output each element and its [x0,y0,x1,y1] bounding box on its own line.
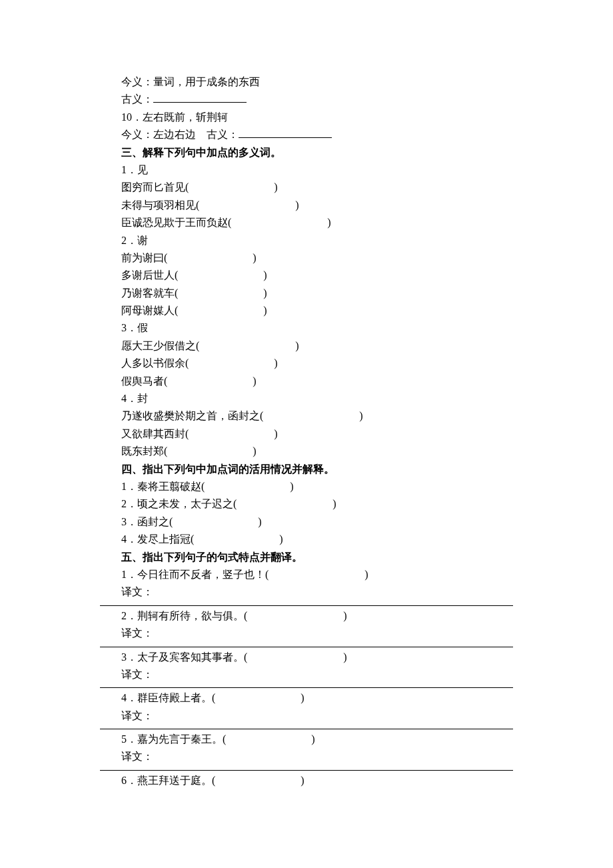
item-line: 1．秦将王翦破赵( ) [100,478,513,495]
question-line: 5．嘉为先言于秦王。( ) [100,731,513,748]
close-paren: ) [253,445,256,457]
item-line: 2．顷之未发，太子迟之( ) [100,495,513,513]
close-paren: ) [295,340,299,351]
close-paren: ) [290,481,293,492]
text: 乃遂收盛樊於期之首，函封之( [121,410,263,421]
text: 2．荆轲有所待，欲与俱。( [121,610,247,621]
heading-text: 四、指出下列句中加点词的活用情况并解释。 [121,463,334,475]
item-line: 图穷而匕首见( ) [100,179,513,196]
close-paren: ) [258,516,261,527]
group-title: 4．封 [100,390,513,407]
answer-underline [100,729,513,729]
text: 多谢后世人( [121,269,178,281]
item-line: 臣诚恐见欺于王而负赵( ) [100,214,513,231]
close-paren: ) [253,252,256,263]
close-paren: ) [263,305,267,316]
text: 译文： [121,586,153,597]
close-paren: ) [253,375,256,387]
text-line: 今义：量词，用于成条的东西 [100,73,513,91]
translation-label: 译文： [100,666,513,683]
text: 4．群臣侍殿上者。( [121,692,215,703]
text: 今义：量词，用于成条的东西 [121,76,260,87]
translation-label: 译文： [100,748,513,765]
text: 3．假 [121,322,148,333]
document-page: 今义：量词，用于成条的东西 古义： 10．左右既前，斩荆轲 今义：左边右边 古义… [0,0,613,816]
text: 译文： [121,669,153,680]
close-paren: ) [274,357,277,369]
text: 又欲肆其西封( [121,428,189,439]
text: 4．封 [121,393,148,404]
text: 1．今日往而不反者，竖子也！( [121,569,269,580]
blank-underline [239,127,332,138]
item-line: 又欲肆其西封( ) [100,425,513,443]
text: 既东封郑( [121,445,167,457]
question-line: 6．燕王拜送于庭。( ) [100,772,513,789]
question-line: 2．荆轲有所待，欲与俱。( ) [100,607,513,625]
text-line: 10．左右既前，斩荆轲 [100,109,513,126]
close-paren: ) [263,287,267,299]
text: 前为谢曰( [121,252,167,263]
question-line: 4．群臣侍殿上者。( ) [100,689,513,707]
text: 1．见 [121,164,148,175]
text: 今义：左边右边 古义： [121,129,239,140]
question-line: 3．太子及宾客知其事者。( ) [100,649,513,666]
translation-label: 译文： [100,707,513,725]
heading-text: 三、解释下列句中加点的多义词。 [121,147,281,158]
close-paren: ) [359,410,362,421]
close-paren: ) [301,775,304,786]
item-line: 前为谢曰( ) [100,249,513,267]
translation-label: 译文： [100,583,513,601]
blank-underline [153,91,247,103]
item-line: 3．函封之( ) [100,513,513,531]
text: 臣诚恐见欺于王而负赵( [121,217,231,228]
question-line: 1．今日往而不反者，竖子也！( ) [100,566,513,583]
text: 古义： [121,93,153,105]
text: 愿大王少假借之( [121,340,199,351]
text: 2．顷之未发，太子迟之( [121,498,237,509]
item-line: 人多以书假余( ) [100,355,513,372]
section-heading: 五、指出下列句子的句式特点并翻译。 [100,549,513,566]
item-line: 未得与项羽相见( ) [100,197,513,214]
heading-text: 五、指出下列句子的句式特点并翻译。 [121,551,303,563]
answer-underline [100,770,513,771]
text: 译文： [121,710,153,721]
close-paren: ) [364,569,368,580]
text: 译文： [121,627,153,639]
item-line: 假舆马者( ) [100,373,513,390]
text: 1．秦将王翦破赵( [121,481,205,492]
text-line: 今义：左边右边 古义： [100,126,513,143]
close-paren: ) [274,181,277,193]
translation-label: 译文： [100,625,513,642]
answer-underline [100,687,513,688]
close-paren: ) [311,733,314,745]
group-title: 3．假 [100,319,513,337]
text: 2．谢 [121,235,148,246]
text: 4．发尽上指冠( [121,533,194,545]
item-line: 多谢后世人( ) [100,267,513,284]
text: 假舆马者( [121,375,167,387]
text-line: 古义： [100,91,513,108]
item-line: 4．发尽上指冠( ) [100,531,513,548]
text: 未得与项羽相见( [121,199,199,211]
close-paren: ) [274,428,277,439]
close-paren: ) [343,651,346,663]
close-paren: ) [263,269,267,281]
item-line: 乃遂收盛樊於期之首，函封之( ) [100,407,513,425]
text: 图穷而匕首见( [121,181,189,193]
section-heading: 三、解释下列句中加点的多义词。 [100,144,513,161]
text: 3．函封之( [121,516,173,527]
item-line: 既东封郑( ) [100,443,513,460]
group-title: 1．见 [100,161,513,179]
item-line: 愿大王少假借之( ) [100,337,513,355]
group-title: 2．谢 [100,232,513,249]
text: 3．太子及宾客知其事者。( [121,651,247,663]
close-paren: ) [343,610,346,621]
close-paren: ) [279,533,283,545]
text: 6．燕王拜送于庭。( [121,775,215,786]
text: 译文： [121,751,153,762]
item-line: 阿母谢媒人( ) [100,302,513,319]
text: 阿母谢媒人( [121,305,178,316]
close-paren: ) [301,692,304,703]
close-paren: ) [327,217,330,228]
close-paren: ) [332,498,336,509]
